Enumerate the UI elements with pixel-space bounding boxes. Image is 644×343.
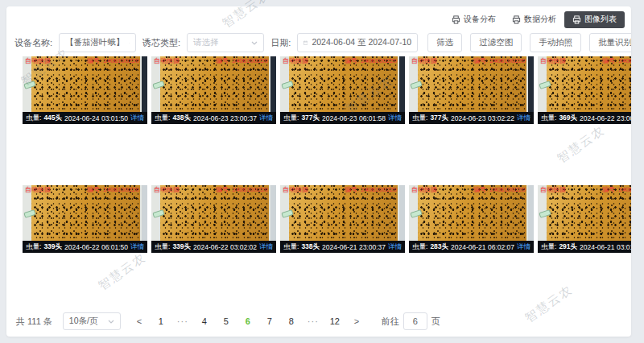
device-name-value: 【番茄潜叶蛾】 [65, 37, 125, 48]
device-name-label: 设备名称: [14, 37, 52, 49]
trap-photo[interactable]: 自动拍摄 编号: 2406100220 [538, 185, 631, 241]
device-id-overlay: 编号: 2406100220 [216, 186, 268, 194]
insect-count: 339头 [43, 242, 62, 252]
tab-image-list[interactable]: 图像列表 [564, 11, 625, 28]
image-card: 自动拍摄 编号: 2406100220 虫量: 438头 2024-06-23 … [151, 56, 276, 124]
main-panel: 设备分布 数据分析 图像列表 设备名称: 【番茄潜叶蛾】 诱芯类型: [6, 6, 631, 337]
total-count: 共 111 条 [16, 316, 52, 328]
image-card: 自动拍摄 编号: 2406100220 虫量: 377头 2024-06-23 … [409, 56, 534, 124]
tab-device-distribution[interactable]: 设备分布 [444, 11, 504, 28]
detail-link[interactable]: 详情 [517, 242, 530, 252]
trap-photo[interactable]: 自动拍摄 编号: 2406100220 [23, 185, 147, 241]
card-info-bar: 虫量: 445头 2024-06-24 03:01:50 详情 [23, 112, 147, 124]
goto-suffix: 页 [431, 316, 440, 328]
trap-right-edge [142, 185, 147, 241]
device-id-overlay: 编号: 2406100220 [602, 186, 631, 194]
printer-icon [452, 15, 460, 24]
trap-photo[interactable]: 自动拍摄 编号: 2406100220 [280, 185, 405, 241]
insect-count: 338头 [301, 242, 320, 252]
page-size-select[interactable]: 10条/页 [63, 312, 121, 330]
capture-mode-overlay: 自动拍摄 [411, 57, 437, 65]
goto-page: 前往 页 [382, 312, 440, 330]
image-card: 自动拍摄 编号: 2406100220 虫量: 369头 2024-06-22 … [538, 56, 631, 124]
detail-link[interactable]: 详情 [130, 114, 144, 123]
capture-mode-overlay: 自动拍摄 [283, 57, 308, 65]
manual-shot-button[interactable]: 手动拍照 [530, 33, 581, 52]
page-size-value: 10条/页 [69, 316, 98, 327]
pagination: 共 111 条 10条/页 < 1 ··· 4 5 6 7 8 ··· 12 >… [6, 312, 631, 330]
filter-toolbar: 设备名称: 【番茄潜叶蛾】 诱芯类型: 请选择 日期: 2024-06-04 至… [6, 28, 631, 52]
detail-link[interactable]: 详情 [259, 242, 273, 252]
detail-link[interactable]: 详情 [130, 242, 144, 252]
trap-photo[interactable]: 自动拍摄 编号: 2406100220 [151, 185, 276, 241]
lure-type-label: 诱芯类型: [142, 37, 180, 49]
insect-count: 283头 [430, 242, 448, 252]
detail-link[interactable]: 详情 [259, 114, 273, 123]
capture-mode-overlay: 自动拍摄 [283, 186, 308, 194]
tab-label: 图像列表 [584, 14, 617, 25]
device-id-overlay: 编号: 2406100220 [602, 57, 631, 65]
card-info-bar: 虫量: 377头 2024-06-23 06:01:58 详情 [280, 112, 405, 124]
goto-prefix: 前往 [382, 316, 399, 328]
detail-link[interactable]: 详情 [517, 114, 530, 123]
image-card: 自动拍摄 编号: 2406100220 虫量: 291头 2024-06-21 … [538, 185, 631, 253]
batch-recognize-button[interactable]: 批量识别 [589, 33, 631, 52]
ellipsis-icon[interactable]: ··· [305, 313, 321, 329]
ellipsis-icon[interactable]: ··· [175, 313, 191, 329]
device-name-select[interactable]: 【番茄潜叶蛾】 [59, 33, 136, 52]
insect-count: 377头 [430, 114, 448, 123]
toolbar-buttons: 筛选 过滤空图 手动拍照 批量识别 [427, 33, 631, 52]
trap-photo[interactable]: 自动拍摄 编号: 2406100220 [151, 56, 276, 112]
trap-photo[interactable]: 自动拍摄 编号: 2406100220 [23, 56, 147, 112]
count-prefix: 虫量: [283, 114, 299, 123]
capture-time: 2024-06-21 23:00:37 [322, 243, 386, 251]
trap-right-edge [528, 185, 534, 241]
page-button-12[interactable]: 12 [327, 313, 343, 329]
device-id-overlay: 编号: 2406100220 [87, 186, 139, 194]
device-id-overlay: 编号: 2406100220 [473, 186, 526, 194]
capture-time: 2024-06-23 03:02:22 [451, 114, 514, 122]
tab-label: 设备分布 [464, 14, 496, 25]
card-info-bar: 虫量: 338头 2024-06-21 23:00:37 详情 [280, 241, 405, 253]
page-button-7[interactable]: 7 [262, 313, 278, 329]
filter-empty-button[interactable]: 过滤空图 [470, 33, 522, 52]
trap-right-edge [270, 185, 276, 241]
page-button-8[interactable]: 8 [283, 313, 299, 329]
trap-photo[interactable]: 自动拍摄 编号: 2406100220 [409, 56, 534, 112]
date-range-input[interactable]: 2024-06-04 至 2024-07-10 [297, 33, 418, 52]
detail-link[interactable]: 详情 [388, 242, 402, 252]
card-info-bar: 虫量: 438头 2024-06-23 23:00:37 详情 [151, 112, 276, 124]
capture-time: 2024-06-23 23:00:37 [193, 114, 257, 122]
image-card: 自动拍摄 编号: 2406100220 虫量: 339头 2024-06-22 … [151, 185, 276, 253]
filter-button[interactable]: 筛选 [427, 33, 462, 52]
capture-time: 2024-06-21 06:02:07 [451, 243, 514, 251]
detail-link[interactable]: 详情 [388, 114, 402, 123]
trap-right-edge [399, 56, 405, 112]
view-tabs: 设备分布 数据分析 图像列表 [6, 6, 631, 28]
trap-photo[interactable]: 自动拍摄 编号: 2406100220 [409, 185, 534, 241]
insect-count: 291头 [559, 242, 577, 252]
capture-time: 2024-06-21 03:01:48 [580, 243, 631, 251]
capture-mode-overlay: 自动拍摄 [540, 57, 566, 65]
page-button-1[interactable]: 1 [153, 313, 169, 329]
page-button-4[interactable]: 4 [196, 313, 213, 329]
device-id-overlay: 编号: 2406100220 [216, 57, 268, 65]
capture-time: 2024-06-22 06:01:50 [64, 243, 128, 251]
tab-label: 数据分析 [524, 14, 556, 25]
trap-photo[interactable]: 自动拍摄 编号: 2406100220 [538, 56, 631, 112]
page-button-6-active[interactable]: 6 [240, 313, 256, 329]
capture-time: 2024-06-23 06:01:58 [322, 114, 386, 122]
goto-page-input[interactable] [403, 312, 427, 330]
trap-photo[interactable]: 自动拍摄 编号: 2406100220 [280, 56, 405, 112]
count-prefix: 虫量: [26, 114, 41, 123]
card-info-bar: 虫量: 339头 2024-06-22 06:01:50 详情 [23, 241, 147, 253]
next-page-button[interactable]: > [349, 313, 365, 329]
page-button-5[interactable]: 5 [218, 313, 234, 329]
capture-time: 2024-06-22 03:02:02 [193, 243, 257, 251]
capture-mode-overlay: 自动拍摄 [540, 186, 566, 194]
tab-data-analysis[interactable]: 数据分析 [504, 11, 564, 28]
prev-page-button[interactable]: < [131, 313, 147, 329]
count-prefix: 虫量: [541, 242, 556, 252]
chevron-down-icon [108, 320, 114, 324]
lure-type-select[interactable]: 请选择 [187, 33, 264, 52]
